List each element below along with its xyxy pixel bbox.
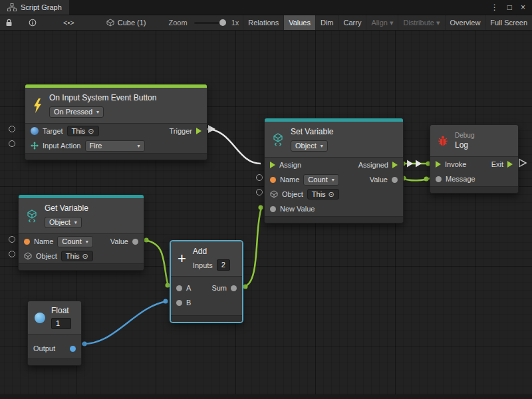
graph-tab-icon <box>7 3 17 11</box>
message-input-port[interactable] <box>436 176 442 182</box>
event-mode-dropdown[interactable]: On Pressed ▾ <box>49 106 104 118</box>
node-debug-log[interactable]: Debug Log Invoke Exit Message <box>430 124 519 194</box>
variable-scope-dropdown[interactable]: Object ▾ <box>291 140 328 152</box>
assigned-flow-port[interactable] <box>392 162 398 168</box>
object-self-chip[interactable]: This ⊙ <box>307 189 339 200</box>
full-screen-button[interactable]: Full Screen <box>485 15 532 30</box>
object-self-chip[interactable]: This ⊙ <box>61 251 93 261</box>
float-circle-icon <box>35 313 45 323</box>
name-label: Name <box>280 176 299 184</box>
zoom-slider-handle[interactable] <box>219 19 226 26</box>
zoom-slider[interactable] <box>194 22 225 24</box>
target-self-chip[interactable]: This ⊙ <box>67 126 99 136</box>
input-action-dropdown[interactable]: Fire ▾ <box>85 140 145 152</box>
target-row: Target This ⊙ Trigger <box>25 124 207 138</box>
b-input-port[interactable] <box>176 300 182 306</box>
node-header: + Add Inputs 2 <box>171 241 242 276</box>
info-icon[interactable] <box>23 15 42 30</box>
assigned-label: Assigned <box>358 161 388 169</box>
message-label: Message <box>446 175 475 183</box>
caret-down-icon: ▾ <box>137 142 140 150</box>
maximize-icon[interactable]: □ <box>507 3 512 12</box>
menu-icon[interactable]: ⋮ <box>491 3 499 12</box>
setvar-name-port-ring[interactable] <box>256 174 263 181</box>
node-float[interactable]: Float 1 Output <box>27 301 82 366</box>
node-footer <box>171 315 242 322</box>
values-button[interactable]: Values <box>283 15 315 30</box>
trigger-flow-port[interactable] <box>196 128 201 134</box>
tab-bar: Script Graph ⋮ □ × <box>0 0 532 15</box>
a-input-port[interactable] <box>176 285 182 291</box>
tab-script-graph[interactable]: Script Graph <box>0 0 69 15</box>
getvar-object-port-ring[interactable] <box>9 251 15 257</box>
node-category: Debug <box>455 132 474 139</box>
tab-title: Script Graph <box>21 3 62 11</box>
new-value-input-port[interactable] <box>270 206 276 212</box>
name-dropdown[interactable]: Count ▾ <box>57 236 92 247</box>
code-icon[interactable]: <•> <box>58 15 80 30</box>
event-target-port-ring[interactable] <box>9 126 15 132</box>
close-icon[interactable]: × <box>521 3 525 12</box>
node-get-variable[interactable]: Get Variable Object ▾ Name Count ▾ <box>18 194 144 271</box>
inputs-count-field[interactable]: 2 <box>217 259 230 271</box>
object-value: This <box>312 190 326 198</box>
invoke-row: Invoke Exit <box>430 157 518 172</box>
getvar-name-port-ring[interactable] <box>9 236 15 243</box>
flow-arrow-indicator <box>208 125 215 133</box>
node-title: Set Variable <box>291 127 333 136</box>
input-action-label: Input Action <box>43 142 81 150</box>
flow-arrow-indicator <box>416 160 422 168</box>
exit-unconnected-arrow[interactable] <box>519 160 526 167</box>
message-row: Message <box>430 172 518 186</box>
variable-scope-dropdown[interactable]: Object ▾ <box>45 217 82 228</box>
zoom-value: 1x <box>227 15 243 30</box>
node-header: Debug Log <box>430 125 518 156</box>
output-row: Output <box>28 341 81 356</box>
dim-button[interactable]: Dim <box>315 15 338 30</box>
invoke-flow-port[interactable] <box>436 161 441 168</box>
lock-icon[interactable] <box>0 15 18 30</box>
name-dropdown[interactable]: Count ▾ <box>303 174 338 186</box>
new-value-label: New Value <box>280 205 315 213</box>
node-title: On Input System Event Button <box>49 93 156 102</box>
value-output-port[interactable] <box>132 239 138 245</box>
value-label: Value <box>370 176 388 184</box>
align-button[interactable]: Align ▾ <box>366 15 398 30</box>
node-add[interactable]: + Add Inputs 2 A Sum <box>170 241 243 323</box>
input-action-icon <box>31 142 39 150</box>
wire-float-to-b[interactable] <box>80 301 168 344</box>
name-string-port[interactable] <box>24 239 30 245</box>
node-set-variable[interactable]: Set Variable Object ▾ Assign Assigned <box>264 118 404 223</box>
variable-cube-icon <box>25 209 39 223</box>
float-output-port[interactable] <box>70 346 76 352</box>
distribute-button[interactable]: Distribute ▾ <box>398 15 444 30</box>
graph-canvas[interactable]: On Input System Event Button On Pressed … <box>0 31 532 399</box>
target-label: Target <box>43 127 63 135</box>
target-value: This <box>72 127 86 135</box>
name-value: Count <box>308 176 327 184</box>
wire-sum-to-newvalue[interactable] <box>243 208 261 287</box>
overview-button[interactable]: Overview <box>445 15 485 30</box>
object-row: Object This ⊙ <box>19 249 144 263</box>
exit-flow-port[interactable] <box>507 161 513 168</box>
node-on-input-system-event-button[interactable]: On Input System Event Button On Pressed … <box>25 84 207 160</box>
carry-button[interactable]: Carry <box>338 15 366 30</box>
wire-trigger-to-assign[interactable] <box>206 129 261 164</box>
caret-down-icon: ▾ <box>332 176 334 184</box>
self-icon: ⊙ <box>82 253 88 259</box>
node-body: A Sum B <box>171 276 242 315</box>
wire-end-dot <box>243 285 248 289</box>
a-row: A Sum <box>171 281 242 295</box>
relations-button[interactable]: Relations <box>243 15 283 30</box>
value-output-port[interactable] <box>392 177 398 183</box>
graph-target[interactable]: Cube (1) <box>102 15 150 30</box>
wire-getvalue-to-a[interactable] <box>143 240 168 286</box>
event-action-port-ring[interactable] <box>9 140 15 147</box>
sum-output-port[interactable] <box>231 285 237 291</box>
setvar-object-port-ring[interactable] <box>256 189 263 196</box>
assign-flow-port[interactable] <box>270 162 275 168</box>
object-label: Object <box>36 252 57 260</box>
name-label: Name <box>34 237 53 245</box>
float-value-field[interactable]: 1 <box>51 318 71 329</box>
name-string-port[interactable] <box>270 177 276 183</box>
